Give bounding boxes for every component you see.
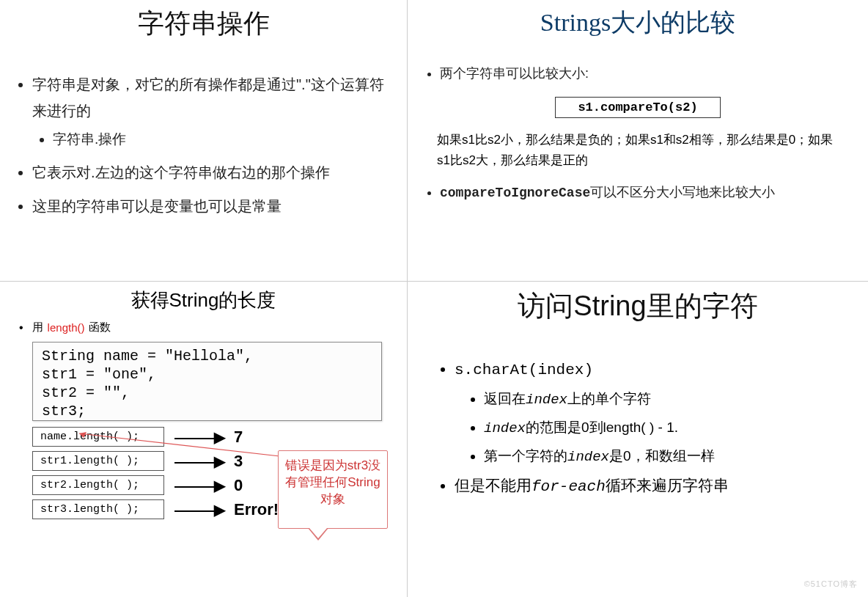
- bullet-sub-item: index的范围是0到length( ) - 1.: [484, 414, 853, 442]
- bullet-list: 两个字符串可以比较大小:: [422, 62, 853, 85]
- slide-string-operations: 字符串操作 字符串是对象，对它的所有操作都是通过"."这个运算符来进行的 字符串…: [0, 0, 408, 282]
- text: 字符串是对象，对它的所有操作都是通过"."这个运算符来进行的: [32, 76, 384, 119]
- text: 但是不能用: [455, 477, 532, 494]
- bullet-sub-item: 第一个字符的index是0，和数组一样: [484, 442, 853, 471]
- slide-string-length: 获得String的长度 用length() 函数 String name = "…: [0, 282, 408, 597]
- slide-title: 访问String里的字符: [422, 287, 853, 325]
- slide-string-compare: Strings大小的比较 两个字符串可以比较大小: s1.compareTo(s…: [408, 0, 868, 282]
- arrow-icon: ———▶: [174, 453, 224, 470]
- code-call: str3.length( );: [32, 499, 164, 519]
- code-inline: index: [526, 392, 567, 408]
- code-inline: compareToIgnoreCase: [440, 186, 590, 200]
- code-inline: for-each: [532, 478, 606, 495]
- bullet-list: compareToIgnoreCase可以不区分大小写地来比较大小: [422, 180, 853, 205]
- arrow-icon: ———▶: [174, 501, 224, 519]
- text: 第一个字符的: [484, 448, 567, 464]
- code-call: str1.length( );: [32, 451, 164, 471]
- slide-title: Strings大小的比较: [422, 6, 853, 40]
- result-value: Error!: [234, 500, 279, 519]
- bullet-sub-list: 返回在index上的单个字符 index的范围是0到length( ) - 1.…: [455, 385, 853, 471]
- bullet-item: 两个字符串可以比较大小:: [440, 62, 853, 85]
- slide-title: 获得String的长度: [15, 287, 392, 313]
- highlight-text: length(): [48, 321, 85, 334]
- text: 的范围是0到length( ) - 1.: [526, 420, 678, 435]
- code-sample: s1.compareTo(s2): [555, 97, 720, 118]
- bullet-item: 字符串是对象，对它的所有操作都是通过"."这个运算符来进行的 字符串.操作: [32, 71, 392, 152]
- code-block: String name = "Hellola", str1 = "one", s…: [32, 342, 382, 421]
- arrow-icon: ———▶: [174, 477, 224, 494]
- code-call: name.length( );: [32, 427, 164, 447]
- explanation-text: 如果s1比s2小，那么结果是负的；如果s1和s2相等，那么结果是0；如果s1比s…: [437, 130, 839, 169]
- slide-title: 字符串操作: [15, 6, 392, 42]
- text: 返回在: [484, 391, 526, 406]
- arrow-icon: ———▶: [174, 428, 224, 446]
- error-callout: 错误是因为str3没有管理任何String对象: [278, 450, 388, 529]
- code-call: str2.length( );: [32, 475, 164, 495]
- bullet-list: s.charAt(index) 返回在index上的单个字符 index的范围是…: [422, 354, 853, 502]
- bullet-item: compareToIgnoreCase可以不区分大小写地来比较大小: [440, 180, 853, 205]
- code-inline: s.charAt(index): [455, 362, 593, 378]
- bullet-item: 这里的字符串可以是变量也可以是常量: [32, 193, 392, 219]
- bullet-sub-item: 返回在index上的单个字符: [484, 385, 853, 414]
- result-value: 3: [234, 452, 278, 471]
- watermark: ©51CTO博客: [804, 579, 858, 590]
- text: 用: [32, 321, 43, 334]
- text: 循环来遍历字符串: [606, 477, 729, 494]
- bullet-list: 字符串是对象，对它的所有操作都是通过"."这个运算符来进行的 字符串.操作 它表…: [15, 71, 392, 219]
- text: 可以不区分大小写地来比较大小: [590, 185, 775, 199]
- bullet-item: 用length() 函数: [19, 321, 392, 334]
- text: 上的单个字符: [567, 391, 651, 406]
- text: 函数: [89, 321, 111, 334]
- bullet-item: 但是不能用for-each循环来遍历字符串: [455, 471, 853, 502]
- code-sample-wrap: s1.compareTo(s2): [422, 92, 853, 122]
- code-inline: index: [484, 420, 526, 436]
- bullet-item: s.charAt(index) 返回在index上的单个字符 index的范围是…: [455, 354, 853, 471]
- result-value: 0: [234, 476, 278, 495]
- slide-string-charat: 访问String里的字符 s.charAt(index) 返回在index上的单…: [408, 282, 868, 597]
- length-example-row: name.length( );———▶7: [32, 427, 392, 447]
- bullet-item: 它表示对.左边的这个字符串做右边的那个操作: [32, 159, 392, 186]
- code-inline: index: [567, 449, 609, 465]
- bullet-sub-item: 字符串.操作: [53, 127, 392, 152]
- text: 是0，和数组一样: [609, 448, 715, 464]
- result-value: 7: [234, 428, 278, 447]
